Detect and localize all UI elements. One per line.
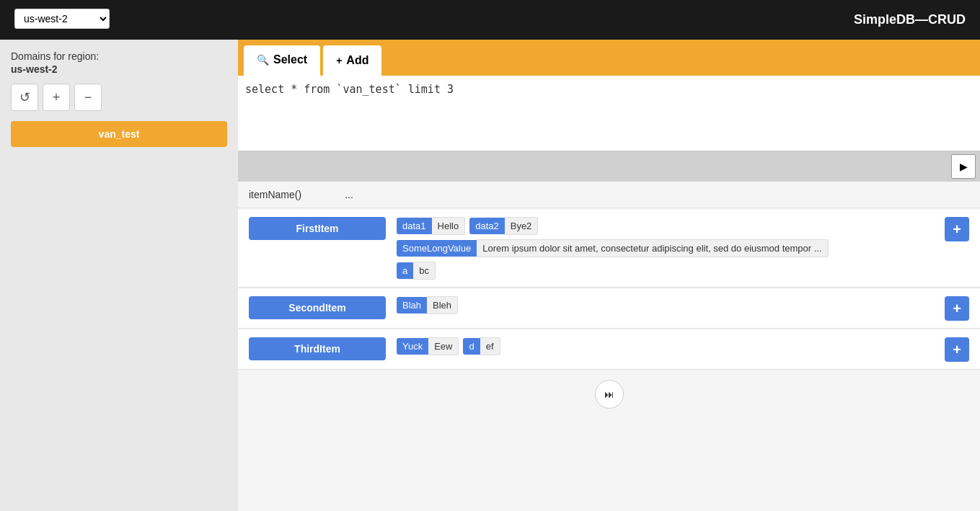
attr-pair: a bc — [397, 262, 436, 280]
attr-value: Eew — [428, 337, 459, 355]
sidebar-region-name: us-west-2 — [11, 63, 227, 75]
query-area: select * from `van_test` limit 3 — [238, 76, 980, 151]
run-bar: ▶ — [238, 151, 980, 182]
tab-select-label: Select — [273, 53, 307, 66]
table-row: ThirdItem Yuck Eew d ef + — [238, 330, 980, 370]
attr-value: Lorem ipsum dolor sit amet, consectetur … — [477, 239, 828, 257]
item-button-thirditem[interactable]: ThirdItem — [249, 337, 386, 360]
attr-value: Bleh — [427, 296, 458, 314]
attr-pair: data1 Hello — [397, 217, 465, 235]
pagination: ⏭ — [238, 371, 980, 417]
region-select-wrapper[interactable]: us-west-2 us-east-1 eu-west-1 ap-southea… — [14, 9, 110, 29]
item-button-seconditem[interactable]: SecondItem — [249, 296, 386, 319]
row-attributes-seconditem: Blah Bleh — [397, 296, 934, 314]
attr-value: Hello — [432, 217, 466, 235]
table-row: SecondItem Blah Bleh + — [238, 289, 980, 329]
item-button-firstitem[interactable]: FirstItem — [249, 217, 386, 240]
sidebar-icon-row: ↺ + − — [11, 84, 227, 111]
attr-pair: data2 Bye2 — [469, 217, 538, 235]
attr-value: bc — [413, 262, 436, 280]
search-icon: 🔍 — [257, 54, 269, 66]
attr-value: ef — [480, 337, 500, 355]
attr-pair: Yuck Eew — [397, 337, 459, 355]
results-area: itemName() ... FirstItem data1 Hello dat… — [238, 182, 980, 511]
add-attribute-button-thirditem[interactable]: + — [945, 337, 969, 362]
attr-value: Bye2 — [505, 217, 539, 235]
attr-pair: SomeLongValue Lorem ipsum dolor sit amet… — [397, 239, 829, 257]
plus-icon: + — [336, 55, 342, 66]
tab-add-label: Add — [346, 54, 368, 67]
attr-name: data2 — [469, 218, 505, 234]
results-header: itemName() ... — [238, 182, 980, 208]
col-header-itemname: itemName() — [249, 189, 301, 200]
add-domain-button[interactable]: + — [43, 84, 70, 111]
table-row: FirstItem data1 Hello data2 Bye2 SomeLon… — [238, 210, 980, 288]
tab-select[interactable]: 🔍 Select — [244, 45, 320, 76]
domains-label: Domains for region: — [11, 50, 227, 62]
remove-domain-button[interactable]: − — [74, 84, 102, 111]
col-header-attrs: ... — [345, 189, 353, 200]
tab-add[interactable]: + Add — [323, 45, 381, 76]
attr-name: d — [463, 338, 480, 355]
tab-bar: 🔍 Select + Add — [238, 40, 980, 76]
fast-forward-icon: ⏭ — [604, 388, 614, 400]
add-attribute-button-firstitem[interactable]: + — [945, 217, 969, 241]
add-attribute-button-seconditem[interactable]: + — [945, 296, 969, 321]
app-title: SimpleDB—CRUD — [854, 12, 966, 27]
sidebar: Domains for region: us-west-2 ↺ + − van_… — [0, 40, 238, 511]
attr-name: Yuck — [397, 338, 428, 355]
domain-item-van-test[interactable]: van_test — [11, 121, 227, 147]
run-button[interactable]: ▶ — [951, 154, 976, 179]
play-icon: ▶ — [960, 161, 968, 172]
query-input[interactable]: select * from `van_test` limit 3 — [245, 83, 973, 141]
row-attributes-firstitem: data1 Hello data2 Bye2 SomeLongValue Lor… — [397, 217, 934, 280]
attr-pair: Blah Bleh — [397, 296, 458, 314]
refresh-button[interactable]: ↺ — [11, 84, 38, 111]
attr-name: data1 — [397, 218, 432, 234]
next-page-button[interactable]: ⏭ — [595, 380, 624, 409]
region-dropdown[interactable]: us-west-2 us-east-1 eu-west-1 ap-southea… — [14, 9, 110, 29]
attr-name: SomeLongValue — [397, 240, 477, 257]
row-attributes-thirditem: Yuck Eew d ef — [397, 337, 934, 355]
content-area: 🔍 Select + Add select * from `van_test` … — [238, 40, 980, 511]
attr-name: Blah — [397, 297, 427, 314]
attr-name: a — [397, 262, 413, 279]
attr-pair: d ef — [463, 337, 500, 355]
